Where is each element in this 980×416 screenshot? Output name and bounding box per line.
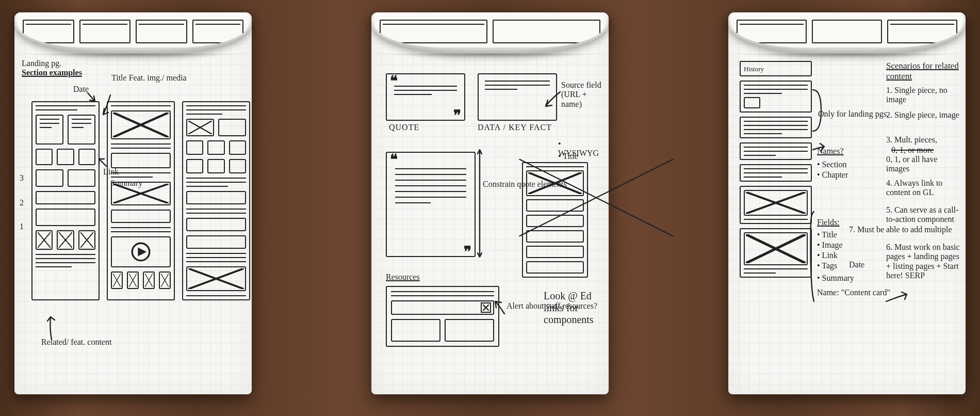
scenario-4: 4. Always link to content on GL bbox=[886, 179, 960, 198]
label-title-feat: Title Feat. img./ media bbox=[111, 73, 187, 83]
look-note: Look @ Ed links for components bbox=[544, 290, 603, 326]
quote-block-tall: ❝ ❞ bbox=[386, 152, 476, 257]
quote-label: QUOTE bbox=[389, 123, 419, 132]
label-link: Link bbox=[103, 167, 119, 177]
row-number-2: 2 bbox=[20, 198, 24, 207]
previous-page-peek bbox=[18, 15, 249, 47]
wireframe-col-b bbox=[107, 101, 175, 300]
label-date: Date bbox=[73, 85, 89, 94]
sheet-content: ❝ ❞ QUOTE DATA / KEY FACT Source field (… bbox=[377, 59, 603, 389]
names-section: Section bbox=[817, 160, 847, 169]
cross-out-icon bbox=[519, 159, 674, 236]
quote-block-small: ❝ ❞ bbox=[386, 73, 465, 121]
wireframe-col-c bbox=[182, 101, 250, 300]
notepad-1: Landing pg. Section examples bbox=[14, 12, 252, 394]
source-field-note: Source field (URL + name) bbox=[561, 81, 603, 109]
field-image: Image bbox=[817, 241, 843, 250]
field-title: Title bbox=[817, 230, 837, 239]
notepad-3: History bbox=[728, 12, 966, 394]
fields-heading: Fields: bbox=[817, 218, 840, 227]
heading-small: Landing pg. bbox=[22, 59, 61, 68]
field-summary: Summary bbox=[817, 274, 854, 283]
names-chapter: Chapter bbox=[817, 170, 848, 180]
sheet-content: History bbox=[733, 59, 960, 389]
wireframe-tall-col: History bbox=[740, 61, 812, 278]
notepad-2: ❝ ❞ QUOTE DATA / KEY FACT Source field (… bbox=[371, 12, 609, 394]
scenario-3: 3. Mult. pieces, bbox=[886, 135, 937, 145]
rejected-column bbox=[522, 162, 588, 278]
scenario-3b: 0, 1, or all have images bbox=[886, 155, 960, 174]
wireframe-col-a bbox=[31, 101, 100, 300]
only-note: Only for landing pgs. bbox=[818, 109, 889, 119]
field-tags: Tags bbox=[817, 261, 837, 270]
scenario-6: 6. Must work on basic pages + landing pa… bbox=[886, 243, 960, 281]
resources-heading: Resources bbox=[386, 273, 499, 282]
heading-main: Section examples bbox=[22, 68, 82, 77]
scenario-5: 5. Can serve as a call-to-action compone… bbox=[886, 205, 960, 225]
history-label: History bbox=[744, 65, 764, 73]
open-quote-icon: ❝ bbox=[390, 72, 398, 89]
close-quote-icon: ❞ bbox=[453, 107, 461, 124]
scenario-3-strike: 0, 1, or more bbox=[891, 146, 934, 155]
data-fact-block bbox=[478, 73, 557, 121]
scenario-1: 1. Single piece, no image bbox=[886, 86, 960, 105]
field-name: Name: "Content card" bbox=[817, 288, 890, 297]
open-quote-icon: ❝ bbox=[390, 151, 398, 168]
row-number-1: 1 bbox=[20, 222, 24, 231]
close-quote-icon: ❞ bbox=[464, 243, 471, 260]
data-label: DATA / KEY FACT bbox=[478, 123, 552, 132]
scenarios-heading: Scenarios for related content bbox=[886, 61, 960, 81]
names-heading: Names? bbox=[817, 147, 844, 156]
label-related: Related/ feat. content bbox=[41, 338, 111, 347]
row-number-3: 3 bbox=[20, 173, 24, 183]
resources-block: Resources bbox=[386, 273, 499, 347]
note-7: 7. Must be able to add multiple bbox=[849, 225, 952, 234]
svg-marker-1 bbox=[138, 248, 146, 257]
photo-row: Landing pg. Section examples bbox=[0, 0, 980, 407]
previous-page-peek bbox=[731, 15, 962, 47]
field-date: Date bbox=[849, 260, 864, 269]
sheet-content: Landing pg. Section examples bbox=[20, 59, 247, 389]
close-x-icon bbox=[481, 302, 491, 313]
field-link: Link bbox=[817, 251, 838, 260]
scenario-2: 2. Single piece, image bbox=[886, 110, 959, 120]
previous-page-peek bbox=[374, 15, 606, 47]
label-summary: Summary bbox=[110, 179, 142, 188]
